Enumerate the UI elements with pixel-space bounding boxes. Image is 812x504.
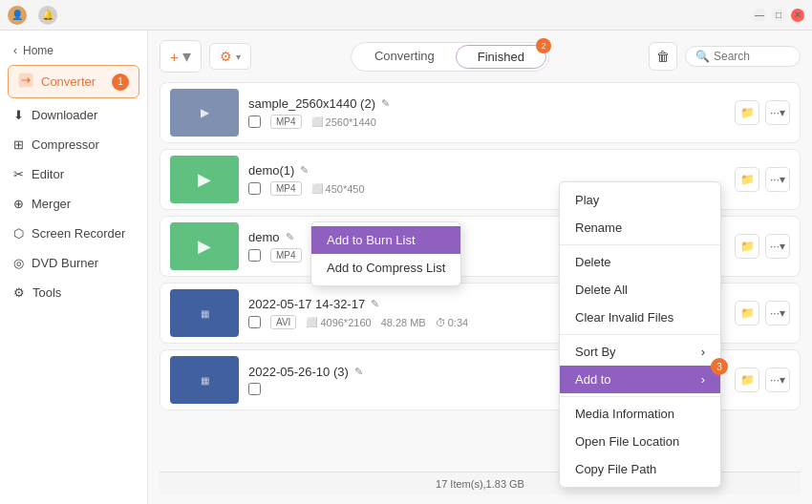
- sidebar-item-screen-recorder[interactable]: ⬡ Screen Recorder: [0, 219, 147, 248]
- sidebar-item-label: Tools: [32, 285, 61, 300]
- downloader-icon: ⬇: [13, 108, 24, 122]
- sidebar-item-dvd-burner[interactable]: ◎ DVD Burner: [0, 248, 147, 278]
- sidebar-item-label: Downloader: [32, 108, 97, 122]
- compressor-icon: ⊞: [13, 137, 24, 152]
- menu-item-copy-path[interactable]: Copy File Path: [560, 455, 720, 483]
- title-bar-icons: 👤 🔔: [8, 6, 57, 25]
- menu-separator: [560, 396, 720, 397]
- context-menu-overlay[interactable]: Play Rename Delete Delete All Clear Inva…: [148, 31, 812, 504]
- submenu-item-compress-list[interactable]: Add to Compress List: [311, 254, 460, 282]
- sidebar: ‹ Home Converter 1 ⬇ Downloader ⊞ Compre…: [0, 31, 148, 504]
- close-button[interactable]: ✕: [791, 9, 804, 22]
- menu-item-clear-invalid[interactable]: Clear Invalid Files: [560, 304, 720, 331]
- main-content: + ▾ ⚙ ▾ Converting Finished 2: [148, 31, 812, 504]
- sidebar-item-label: Editor: [32, 167, 64, 181]
- menu-separator: [560, 334, 720, 335]
- tools-icon: ⚙: [13, 285, 25, 300]
- sidebar-item-label: Converter: [41, 74, 96, 89]
- menu-item-add-to[interactable]: Add to › 3: [560, 366, 720, 393]
- menu-item-media-info[interactable]: Media Information: [560, 400, 720, 428]
- converter-icon: [18, 73, 33, 91]
- menu-item-delete[interactable]: Delete: [560, 248, 720, 276]
- sidebar-item-label: Merger: [32, 197, 71, 211]
- menu-item-play[interactable]: Play: [560, 186, 720, 214]
- screen-recorder-icon: ⬡: [13, 226, 24, 241]
- submenu-item-burn-list[interactable]: Add to Burn List: [311, 226, 460, 254]
- menu-separator: [560, 244, 720, 245]
- sidebar-item-merger[interactable]: ⊕ Merger: [0, 189, 147, 219]
- converter-badge: 1: [112, 74, 129, 91]
- menu-item-rename[interactable]: Rename: [560, 214, 720, 242]
- menu-item-sort-by[interactable]: Sort By ›: [560, 338, 720, 366]
- bell-icon: 🔔: [38, 6, 57, 25]
- sidebar-item-label: Screen Recorder: [32, 226, 125, 241]
- back-arrow-icon: ‹: [13, 44, 17, 57]
- sidebar-item-tools[interactable]: ⚙ Tools: [0, 278, 147, 307]
- sidebar-item-compressor[interactable]: ⊞ Compressor: [0, 130, 147, 159]
- chevron-right-icon: ›: [701, 345, 705, 359]
- menu-item-open-location[interactable]: Open File Location: [560, 428, 720, 455]
- app-body: ‹ Home Converter 1 ⬇ Downloader ⊞ Compre…: [0, 31, 812, 504]
- minimize-button[interactable]: —: [753, 9, 766, 22]
- sidebar-item-converter[interactable]: Converter 1: [8, 65, 139, 98]
- maximize-button[interactable]: □: [772, 9, 785, 22]
- sidebar-item-label: DVD Burner: [32, 256, 98, 270]
- chevron-right-icon: ›: [701, 372, 705, 387]
- add-to-badge: 3: [711, 358, 728, 375]
- context-menu: Play Rename Delete Delete All Clear Inva…: [559, 181, 721, 488]
- editor-icon: ✂: [13, 167, 24, 181]
- dvd-burner-icon: ◎: [13, 256, 24, 270]
- sidebar-item-label: Compressor: [32, 137, 99, 152]
- sidebar-item-editor[interactable]: ✂ Editor: [0, 159, 147, 189]
- user-icon: 👤: [8, 6, 27, 25]
- title-bar: 👤 🔔 — □ ✕: [0, 0, 812, 31]
- sidebar-item-downloader[interactable]: ⬇ Downloader: [0, 100, 147, 130]
- sidebar-back-button[interactable]: ‹ Home: [0, 38, 147, 63]
- menu-item-delete-all[interactable]: Delete All: [560, 276, 720, 304]
- merger-icon: ⊕: [13, 197, 24, 211]
- submenu-add-to: Add to Burn List Add to Compress List: [310, 221, 461, 286]
- back-label: Home: [23, 44, 53, 57]
